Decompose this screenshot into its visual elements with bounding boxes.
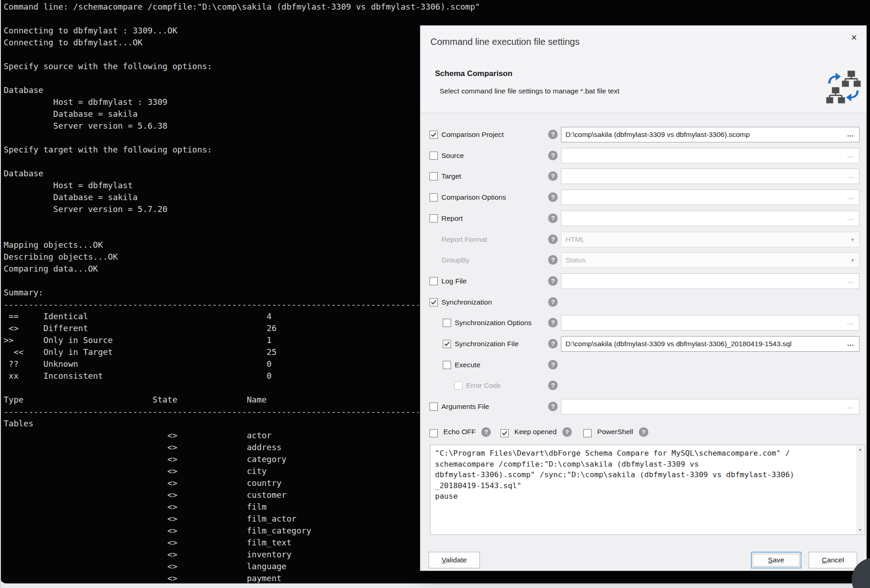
checkmark-icon [431,132,436,137]
browse-button[interactable]: … [847,190,855,204]
cancel-button[interactable]: Cancel [809,552,857,568]
row-field[interactable]: … [561,148,859,163]
help-icon[interactable]: ? [481,427,491,437]
settings-row: Report ? … [420,211,866,226]
settings-row: Error Code ? [420,378,866,393]
row-label: Error Code [466,378,501,393]
bat-option: Echo OFF ? [430,426,491,437]
browse-button[interactable]: … [847,169,855,183]
help-icon[interactable]: ? [548,276,558,286]
browse-button[interactable]: … [847,127,855,141]
help-icon[interactable]: ? [639,427,648,437]
help-icon[interactable]: ? [548,130,558,139]
row-label: Report Format [441,232,487,247]
row-field[interactable]: … [561,190,859,205]
settings-row: Synchronization Options ? … [420,315,866,331]
browse-button[interactable]: … [847,274,855,288]
row-checkbox[interactable] [443,340,451,348]
settings-row: Report Format ? HTML ▼ [420,232,866,247]
row-checkbox[interactable] [430,403,438,411]
option-label: Echo OFF [443,426,476,437]
help-icon[interactable]: ? [548,360,558,370]
option-label: PowerShell [597,426,633,437]
dialog-footer: Validate Save Cancel [420,542,866,572]
row-checkbox[interactable] [443,319,451,327]
row-checkbox[interactable] [430,172,438,180]
settings-row: GroupBy ? Status ▼ [420,252,866,268]
row-label: Source [441,148,464,163]
row-checkbox[interactable] [430,298,438,306]
help-icon[interactable]: ? [548,402,558,411]
help-icon[interactable]: ? [548,297,558,307]
row-label: Report [441,211,463,226]
help-icon[interactable]: ? [562,427,572,437]
settings-row: Execute ? [420,357,866,373]
row-field[interactable]: … [561,169,859,184]
scroll-down-icon[interactable]: ▼ [856,526,864,534]
row-label: Execute [455,357,480,373]
row-checkbox[interactable] [443,361,451,369]
browse-button[interactable]: … [847,337,855,350]
row-value: HTML [566,232,841,247]
row-field[interactable]: … [561,399,859,414]
help-icon[interactable]: ? [548,234,558,244]
checkmark-icon [502,431,507,436]
browse-button[interactable]: … [847,399,855,413]
row-field[interactable]: … [561,315,859,331]
row-value: D:\comp\sakila (dbfmylast-3309 vs dbfmyl… [566,127,841,142]
row-checkbox[interactable] [430,277,438,285]
help-icon[interactable]: ? [548,318,558,327]
row-checkbox[interactable] [430,193,438,201]
row-label: Comparison Options [441,190,506,205]
help-icon[interactable]: ? [548,151,558,160]
help-icon[interactable]: ? [548,192,558,202]
save-button[interactable]: Save [751,552,801,568]
row-checkbox[interactable] [430,152,438,160]
row-checkbox[interactable] [430,214,438,223]
row-label: Log File [441,273,467,289]
validate-button[interactable]: Validate [429,552,480,568]
settings-row: Source ? … [420,148,866,163]
row-label: Synchronization Options [455,315,532,331]
row-label: Comparison Project [441,127,504,142]
checkmark-icon [444,342,450,346]
row-label: Target [441,169,461,184]
row-checkbox[interactable] [430,131,438,139]
help-icon[interactable]: ? [548,381,558,390]
scroll-up-icon[interactable]: ▲ [856,446,864,453]
bat-option: PowerShell ? [583,426,648,437]
help-icon[interactable]: ? [548,339,558,348]
row-value: D:\comp\sakila (dbfmylast-3309 vs dbfmyl… [566,337,841,351]
bat-option: Keep opened ? [500,426,572,437]
row-field[interactable]: D:\comp\sakila (dbfmylast-3309 vs dbfmyl… [561,127,859,142]
settings-row: Target ? … [420,169,866,184]
browse-button[interactable]: … [847,211,855,225]
browse-button[interactable]: … [847,316,855,329]
row-field[interactable]: Status ▼ [561,252,859,268]
settings-row: Comparison Options ? … [420,190,866,205]
row-field[interactable]: HTML ▼ [561,232,859,247]
screen: Command line: /schemacompare /compfile:"… [0,0,870,588]
settings-row: Synchronization File ? D:\comp\sakila (d… [420,336,866,352]
row-field[interactable]: … [561,211,859,226]
scrollbar[interactable]: ▲ ▼ [856,446,864,534]
row-field[interactable]: D:\comp\sakila (dbfmylast-3309 vs dbfmyl… [561,336,859,352]
option-checkbox[interactable] [583,429,592,437]
bat-text-area[interactable]: "C:\Program Files\Devart\dbForge Schema … [430,445,865,535]
help-icon[interactable]: ? [548,255,558,265]
row-field[interactable]: … [561,273,859,289]
dropdown-caret-icon[interactable]: ▼ [850,232,855,248]
bat-options-row: Echo OFF ? Keep opened ? PowerShell ? [420,426,866,437]
browse-button[interactable]: … [847,148,855,162]
help-icon[interactable]: ? [548,171,558,181]
checkmark-icon [431,300,436,305]
row-label: GroupBy [441,252,469,268]
row-label: Synchronization File [455,336,519,352]
help-icon[interactable]: ? [548,213,558,223]
dropdown-caret-icon[interactable]: ▼ [850,253,855,268]
window-left-edge [0,0,1,588]
option-checkbox[interactable] [500,429,509,437]
option-checkbox[interactable] [430,429,438,437]
option-label: Keep opened [514,426,556,437]
row-checkbox[interactable] [454,381,462,390]
